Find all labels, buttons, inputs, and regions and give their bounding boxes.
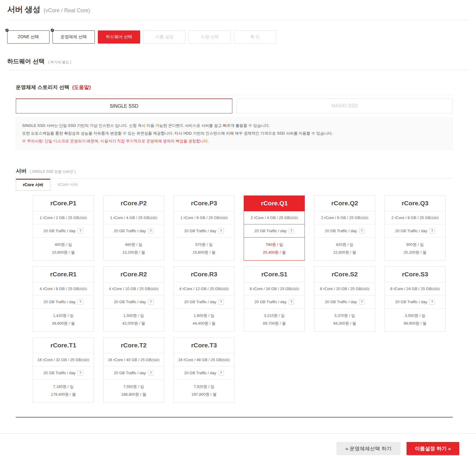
question-mark-icon[interactable]: ? [289, 299, 294, 305]
question-mark-icon[interactable]: ? [359, 299, 365, 305]
price-per-day: 820원 / 일 [314, 241, 375, 249]
header-divider [7, 20, 469, 20]
question-mark-icon[interactable]: ? [78, 370, 83, 376]
server-card-title: rCore.R3 [174, 267, 234, 282]
step-label: 수량 선택 [201, 34, 219, 40]
question-mark-icon[interactable]: ? [78, 299, 83, 305]
server-card-spec-text: 8 rCore / 20 GB / 25 GB [320, 286, 361, 291]
question-mark-icon[interactable]: ? [289, 228, 294, 234]
server-tabs: rCore 서버vCore 서버 [16, 179, 453, 191]
server-card-title: rCore.R1 [33, 267, 94, 282]
storage-help-link[interactable]: (도움말) [72, 84, 91, 90]
traffic-label: 20 GB Traffic / day [184, 229, 216, 233]
server-card-rcore-r2[interactable]: rCore.R2 4 rCore / 10 GB / 25 GB(SSD) 20… [103, 266, 164, 332]
server-card-spec-ssd-suffix: (SSD) [81, 358, 89, 362]
price-per-day: 3,210원 / 일 [244, 312, 305, 320]
server-card-title: rCore.S2 [314, 267, 375, 282]
server-card-spec: 2 rCore / 4 GB / 25 GB(SSD) [244, 211, 305, 224]
question-mark-icon[interactable]: ? [359, 228, 365, 234]
traffic-label: 20 GB Traffic / day [254, 229, 286, 233]
price-per-month: 98,900원 / 월 [385, 320, 445, 327]
server-card-title: rCore.T3 [174, 338, 234, 353]
question-mark-icon[interactable]: ? [429, 228, 435, 234]
server-card-price: 7,550원 / 일 188,600원 / 월 [103, 380, 164, 402]
price-per-day: 570원 / 일 [174, 241, 234, 249]
step-confirm[interactable]: 확 인 [234, 30, 276, 44]
server-card-rcore-p2[interactable]: rCore.P2 1 rCore / 4 GB / 25 GB(SSD) 20 … [103, 195, 164, 261]
question-mark-icon[interactable]: ? [429, 299, 435, 305]
step-hardware[interactable]: 하드웨어 선택 [98, 30, 140, 44]
server-card-spec-text: 2 rCore / 8 GB / 25 GB [391, 215, 431, 220]
server-card-rcore-t1[interactable]: rCore.T1 16 rCore / 32 GB / 25 GB(SSD) 2… [33, 338, 94, 403]
server-card-spec-text: 4 rCore / 10 GB / 25 GB [109, 286, 150, 291]
server-card-price: 3,550원 / 일 98,900원 / 월 [385, 309, 445, 331]
question-mark-icon[interactable]: ? [148, 370, 154, 376]
traffic-label: 20 GB Traffic / day [184, 371, 216, 375]
server-card-traffic: 20 GB Traffic / day ? [385, 224, 445, 238]
server-create-page: 서버 생성 (vCore / Real Core) ✓ZONE 선택✓운영체제 … [0, 0, 476, 418]
server-card-rcore-q2[interactable]: rCore.Q2 2 rCore / 6 GB / 25 GB(SSD) 20 … [314, 195, 375, 261]
price-per-month: 89,700원 / 월 [244, 320, 305, 327]
step-zone[interactable]: ✓ZONE 선택 [7, 30, 50, 44]
server-card-rcore-t3[interactable]: rCore.T3 16 rCore / 48 GB / 25 GB(SSD) 2… [174, 338, 235, 403]
page-title: 서버 생성 [7, 5, 40, 14]
server-card-price: 570원 / 일 15,600원 / 월 [174, 238, 234, 260]
question-mark-icon[interactable]: ? [218, 228, 224, 234]
question-mark-icon[interactable]: ? [218, 299, 224, 305]
server-card-traffic: 20 GB Traffic / day ? [33, 224, 94, 238]
server-card-spec-ssd-suffix: (SSD) [221, 287, 229, 291]
server-card-rcore-r1[interactable]: rCore.R1 4 rCore / 8 GB / 25 GB(SSD) 20 … [33, 266, 94, 332]
server-card-rcore-p1[interactable]: rCore.P1 1 rCore / 2 GB / 25 GB(SSD) 20 … [33, 195, 94, 261]
back-to-os-select-button[interactable]: « 운영체제선택 하기 [336, 442, 401, 455]
price-per-month: 94,300원 / 월 [314, 320, 375, 327]
step-quantity[interactable]: 수량 선택 [188, 30, 231, 44]
question-mark-icon[interactable]: ? [218, 370, 224, 376]
server-card-rcore-q1[interactable]: rCore.Q1 2 rCore / 4 GB / 25 GB(SSD) 20 … [244, 195, 305, 261]
step-label: 확 인 [250, 34, 260, 40]
server-heading: 서버 ( SINGLE SSD 전용 서버군 ) [16, 167, 453, 179]
server-card-price: 3,210원 / 일 89,700원 / 월 [244, 309, 305, 331]
server-card-rcore-s1[interactable]: rCore.S1 8 rCore / 16 GB / 25 GB(SSD) 20… [244, 266, 305, 332]
storage-description-line: SINGLE SSD 서버는 단일 SSD 기반의 가상 인스턴스 입니다. 신… [22, 122, 446, 130]
step-name[interactable]: 이름 설정 [143, 30, 186, 44]
server-tab-rcore-서버[interactable]: rCore 서버 [16, 179, 50, 191]
server-card-rcore-p3[interactable]: rCore.P3 1 rCore / 6 GB / 25 GB(SSD) 20 … [174, 195, 235, 261]
step-label: 이름 설정 [155, 34, 173, 40]
question-mark-icon[interactable]: ? [78, 228, 83, 234]
server-card-traffic: 20 GB Traffic / day ? [314, 224, 375, 238]
server-card-spec-text: 1 rCore / 4 GB / 25 GB [110, 215, 149, 220]
server-card-spec-ssd-suffix: (SSD) [222, 358, 230, 362]
server-card-rcore-r3[interactable]: rCore.R3 4 rCore / 12 GB / 25 GB(SSD) 20… [174, 266, 235, 332]
server-card-spec-text: 16 rCore / 48 GB / 25 GB [178, 358, 222, 362]
server-tab-vcore-서버[interactable]: vCore 서버 [50, 179, 85, 191]
page-subtitle: (vCore / Real Core) [44, 7, 90, 13]
server-card-rcore-s2[interactable]: rCore.S2 8 rCore / 20 GB / 25 GB(SSD) 20… [314, 266, 375, 332]
server-card-rcore-q3[interactable]: rCore.Q3 2 rCore / 8 GB / 25 GB(SSD) 20 … [384, 195, 446, 261]
server-card-spec: 4 rCore / 12 GB / 25 GB(SSD) [174, 282, 234, 295]
go-to-name-setting-button[interactable]: 이름설정 하기 » [407, 442, 459, 455]
question-mark-icon[interactable]: ? [148, 228, 154, 234]
traffic-label: 20 GB Traffic / day [114, 371, 146, 375]
price-per-day: 1,420원 / 일 [33, 312, 94, 320]
page-header: 서버 생성 (vCore / Real Core) [7, 0, 469, 15]
server-card-grid: rCore.P1 1 rCore / 2 GB / 25 GB(SSD) 20 … [33, 195, 446, 403]
price-per-month: 179,400원 / 월 [33, 391, 94, 398]
steps: ✓ZONE 선택✓운영체제 선택하드웨어 선택이름 설정수량 선택확 인 [7, 30, 469, 44]
server-card-spec: 2 rCore / 6 GB / 25 GB(SSD) [314, 211, 375, 224]
storage-tab-maxio-ssd[interactable]: MAXIO SSD [237, 98, 453, 113]
server-card-spec-ssd-suffix: (SSD) [150, 287, 158, 291]
storage-tab-single-ssd[interactable]: SINGLE SSD [16, 98, 232, 113]
server-card-traffic: 20 GB Traffic / day ? [174, 366, 234, 380]
server-card-price: 7,920원 / 일 197,800원 / 월 [174, 380, 234, 402]
step-os[interactable]: ✓운영체제 선택 [52, 30, 95, 44]
price-per-month: 188,600원 / 월 [103, 391, 164, 398]
server-card-title: rCore.T2 [103, 338, 164, 353]
check-icon: ✓ [5, 28, 9, 33]
server-card-rcore-s3[interactable]: rCore.S3 8 rCore / 24 GB / 25 GB(SSD) 20… [384, 266, 446, 332]
server-card-spec-ssd-suffix: (SSD) [79, 216, 87, 220]
hardware-section-heading: 하드웨어 선택 ( 부가세 별도 ) [7, 57, 469, 65]
server-card-spec-ssd-suffix: (SSD) [291, 287, 299, 291]
server-card-spec-text: 2 rCore / 4 GB / 25 GB [251, 215, 290, 220]
server-card-rcore-t2[interactable]: rCore.T2 16 rCore / 40 GB / 25 GB(SSD) 2… [103, 338, 164, 403]
question-mark-icon[interactable]: ? [148, 299, 154, 305]
